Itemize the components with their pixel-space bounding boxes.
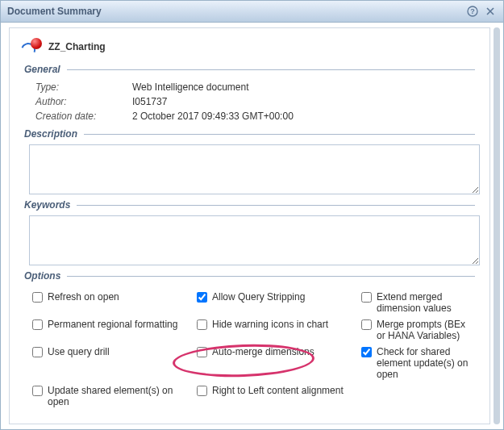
titlebar: Document Summary ? (1, 1, 503, 23)
summary-panel: ZZ_Charting General Type: Web Intelligen… (9, 27, 490, 424)
checkbox-allow-query-stripping[interactable] (197, 292, 207, 303)
window-title: Document Summary (7, 6, 102, 17)
label-permanent-regional: Permanent regional formatting (48, 319, 177, 330)
document-header: ZZ_Charting (24, 38, 475, 56)
description-textarea[interactable] (29, 144, 480, 194)
general-heading: General (24, 64, 60, 75)
checkbox-auto-merge[interactable] (197, 347, 207, 357)
vertical-scrollbar[interactable] (494, 27, 500, 424)
checkbox-rtl-alignment[interactable] (197, 386, 207, 396)
document-name: ZZ_Charting (48, 41, 106, 52)
author-label: Author: (35, 96, 132, 107)
webi-document-icon (24, 38, 42, 56)
option-auto-merge[interactable]: Auto-merge dimensions (197, 346, 358, 380)
checkbox-extend-merged[interactable] (361, 292, 372, 303)
option-hide-warning-icons[interactable]: Hide warning icons in chart (197, 319, 358, 341)
label-refresh-on-open: Refresh on open (48, 291, 119, 303)
close-icon[interactable] (484, 5, 497, 18)
label-extend-merged: Extend merged dimension values (377, 291, 475, 314)
checkbox-merge-prompts[interactable] (361, 319, 372, 330)
label-rtl-alignment: Right to Left content alignment (212, 385, 344, 396)
author-value: I051737 (132, 96, 167, 107)
keywords-heading: Keywords (24, 199, 70, 211)
label-allow-query-stripping: Allow Query Stripping (212, 291, 305, 303)
creation-date-value: 2 October 2017 09:49:33 GMT+00:00 (132, 111, 294, 122)
checkbox-permanent-regional[interactable] (32, 319, 43, 330)
label-auto-merge: Auto-merge dimensions (212, 346, 314, 357)
type-value: Web Intelligence document (132, 81, 249, 93)
option-rtl-alignment[interactable]: Right to Left content alignment (197, 385, 358, 407)
section-keywords: Keywords (24, 199, 475, 265)
creation-date-label: Creation date: (35, 111, 132, 122)
option-update-shared-on-open[interactable]: Update shared element(s) on open (32, 385, 194, 407)
keywords-textarea[interactable] (29, 215, 480, 265)
label-check-shared-update: Check for shared element update(s) on op… (377, 346, 475, 380)
svg-text:?: ? (470, 7, 475, 15)
label-merge-prompts: Merge prompts (BEx or HANA Variables) (377, 319, 475, 341)
help-icon[interactable]: ? (466, 5, 479, 18)
option-refresh-on-open[interactable]: Refresh on open (32, 291, 194, 314)
document-summary-window: Document Summary ? ZZ_Charting General (0, 0, 504, 430)
option-permanent-regional[interactable]: Permanent regional formatting (32, 319, 194, 341)
label-update-shared-on-open: Update shared element(s) on open (48, 385, 194, 407)
option-extend-merged[interactable]: Extend merged dimension values (361, 291, 475, 314)
checkbox-check-shared-update[interactable] (361, 347, 372, 357)
options-grid: Refresh on open Allow Query Stripping Ex… (24, 286, 475, 407)
description-heading: Description (24, 128, 77, 140)
label-use-query-drill: Use query drill (48, 346, 110, 357)
label-hide-warning-icons: Hide warning icons in chart (212, 319, 328, 330)
type-label: Type: (35, 81, 132, 93)
checkbox-refresh-on-open[interactable] (32, 292, 43, 303)
option-use-query-drill[interactable]: Use query drill (32, 346, 194, 380)
section-description: Description (24, 128, 475, 194)
option-merge-prompts[interactable]: Merge prompts (BEx or HANA Variables) (361, 319, 475, 341)
window-body: ZZ_Charting General Type: Web Intelligen… (1, 23, 503, 429)
options-heading: Options (24, 270, 60, 282)
section-options: Options Refresh on open Allow Query Stri… (24, 270, 475, 407)
checkbox-update-shared-on-open[interactable] (32, 386, 43, 396)
section-general: General Type: Web Intelligence document … (24, 64, 475, 123)
option-allow-query-stripping[interactable]: Allow Query Stripping (197, 291, 358, 314)
option-check-shared-update[interactable]: Check for shared element update(s) on op… (361, 346, 475, 380)
checkbox-use-query-drill[interactable] (32, 347, 43, 357)
checkbox-hide-warning-icons[interactable] (197, 319, 207, 330)
